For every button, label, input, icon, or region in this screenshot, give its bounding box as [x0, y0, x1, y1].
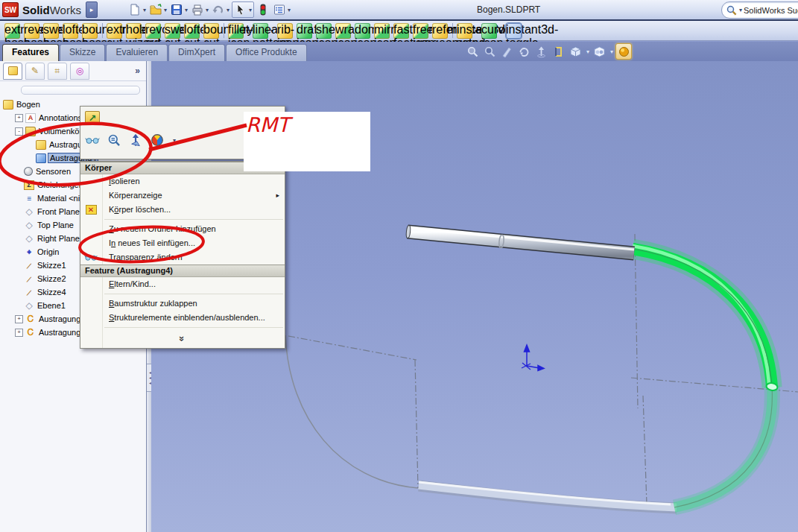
fillet-icon[interactable]: fillet-icon [228, 23, 244, 39]
undo-button[interactable]: ▾ [211, 2, 230, 17]
appearances-icon[interactable] [615, 43, 632, 60]
boundary-cut-icon[interactable]: boundary-cut-icon [203, 23, 219, 39]
dropdown-arrow-icon[interactable]: ▾ [143, 7, 146, 13]
menu-item-strukturelemente-einblenden-ausblenden[interactable]: Strukturelemente einblenden/ausblenden..… [80, 311, 285, 325]
tree-expander[interactable]: + [15, 114, 23, 122]
section-view-icon[interactable] [533, 44, 548, 59]
appearances-icon[interactable] [150, 133, 165, 147]
propertymanager-tab[interactable]: ✎ [25, 63, 45, 80]
options-button[interactable]: ▾ [272, 2, 291, 17]
menu-item-baumstruktur-zuklappen[interactable]: Baumstruktur zuklappen [80, 297, 285, 311]
search-icon[interactable] [726, 4, 738, 16]
dropdown-arrow-icon[interactable]: ▾ [288, 7, 291, 13]
tab-features[interactable]: Features [2, 44, 59, 61]
dome-icon[interactable]: dome-icon [355, 23, 370, 39]
green-tube-lower-bend[interactable] [674, 386, 772, 507]
sketch-icon: ∕ [23, 260, 35, 271]
revolved-cut-icon[interactable]: revolved-cut-icon [145, 23, 161, 39]
tab-evaluieren[interactable]: Evaluieren [106, 44, 168, 61]
freeform-icon[interactable]: freeform-icon [413, 23, 428, 39]
tree-expander[interactable]: - [15, 127, 23, 136]
menu-separator [104, 294, 283, 294]
zoom-to-selection-icon[interactable] [107, 133, 121, 147]
tree-item-label: Austragung3 [39, 314, 85, 323]
menu-item-isolieren[interactable]: Isolieren [80, 174, 285, 189]
tree-item-label: Austragu [49, 140, 82, 149]
swept-boss-icon[interactable]: swept-boss-icon [43, 23, 59, 39]
cube-b-icon [36, 153, 46, 163]
rotate-view-icon[interactable] [516, 44, 531, 59]
add-to-folder-icon[interactable]: ↗ [85, 111, 100, 124]
linear-pattern-icon[interactable]: linear-pattern-icon [253, 23, 268, 39]
dropdown-arrow-icon[interactable]: ▾ [586, 48, 589, 55]
dropdown-arrow-icon[interactable]: ▾ [206, 7, 209, 13]
green-selected-tube-body[interactable] [633, 246, 778, 391]
view-orientation-icon[interactable] [568, 44, 583, 59]
configurationmanager-tab[interactable]: ⌗ [48, 63, 67, 80]
sensor-icon [24, 167, 33, 176]
wrap-icon[interactable]: wrap-icon [335, 23, 351, 39]
transparent-tube-body[interactable] [419, 482, 677, 508]
origin-icon: ⌖ [24, 247, 34, 257]
reference-geometry-icon[interactable]: reference-geometry-icon [432, 23, 448, 39]
draft-icon[interactable]: draft-icon [297, 23, 312, 39]
menu-item-eltern-kind[interactable]: Eltern/Kind... [80, 277, 285, 291]
mirror-icon[interactable]: mirror-icon [374, 23, 390, 39]
save-button[interactable]: ▾ [169, 2, 189, 17]
menu-item-zu-neuem-ordner-hinzuf-gen[interactable]: Zu neuem Ordner hinzufügen [80, 222, 285, 236]
extruded-cut-icon[interactable]: extruded-cut-icon [107, 23, 122, 39]
zoom-to-area-icon[interactable] [482, 44, 497, 59]
open-button[interactable]: ▾ [148, 2, 168, 17]
hide-body-icon[interactable] [85, 133, 100, 147]
folder-icon [25, 127, 36, 136]
menu-item-in-neues-teil-einf-gen[interactable]: In neues Teil einfügen... [80, 236, 285, 250]
tree-expander[interactable]: + [15, 315, 23, 323]
tab-skizze[interactable]: Skizze [60, 44, 105, 61]
tab-office-produkte[interactable]: Office Produkte [226, 44, 307, 61]
menu-item-transparenz-ndern[interactable]: Transparenz ändern [80, 250, 285, 265]
select-button[interactable]: ▾ [232, 1, 254, 18]
fastening-feature-icon[interactable]: fastening-feature-icon [393, 23, 409, 39]
dropdown-arrow-icon[interactable]: ▾ [164, 7, 167, 13]
print-button[interactable]: ▾ [190, 2, 209, 17]
dropdown-arrow-icon[interactable]: ▾ [173, 137, 176, 144]
rollback-bar[interactable] [21, 86, 140, 95]
dropdown-arrow-icon[interactable]: ▾ [227, 7, 229, 13]
lofted-cut-icon[interactable]: lofted-cut-icon [184, 23, 200, 39]
menu-item-k-rper-l-schen[interactable]: ✕Körper löschen... [80, 203, 285, 217]
featuremanager-tab[interactable] [3, 63, 22, 80]
rebuild-traffic-light-button[interactable] [256, 2, 270, 17]
panel-expand-chevron[interactable]: » [135, 66, 140, 76]
search-dropdown-icon[interactable]: ▾ [739, 7, 742, 13]
instant3d-wand-icon[interactable]: instant3d-wand-icon [457, 23, 472, 39]
rib-icon[interactable]: rib-icon [277, 23, 293, 39]
metal-tube-body[interactable] [406, 225, 634, 253]
lofted-boss-icon[interactable]: lofted-boss-icon [63, 23, 78, 39]
revolved-boss-icon[interactable]: revolved-boss-icon [24, 23, 39, 39]
display-style-icon[interactable] [592, 44, 607, 59]
zoom-to-fit-icon[interactable] [128, 133, 143, 147]
curves-icon[interactable]: curves-icon [481, 23, 497, 39]
dropdown-arrow-icon[interactable]: ▾ [610, 48, 613, 55]
filter-icon[interactable] [499, 44, 514, 59]
dropdown-arrow-icon[interactable]: ▾ [249, 7, 252, 13]
menu-expand-chevron[interactable]: » [80, 330, 285, 346]
solidworks-window: SW SolidWorks ▸ ▾▾▾▾▾▾▾ Bogen.SLDPRT ▾ S… [0, 0, 798, 532]
dimxpertmanager-tab[interactable]: ◎ [70, 63, 89, 80]
hole-wizard-icon[interactable]: hole-wizard-icon [126, 23, 142, 39]
menu-item-k-rperanzeige[interactable]: Körperanzeige▸ [80, 189, 285, 203]
eq-icon: Σ [24, 180, 34, 190]
tab-dimxpert[interactable]: DimXpert [168, 44, 225, 61]
search-input[interactable]: ▾ SolidWorks Suc [721, 1, 798, 19]
swept-cut-icon[interactable]: swept-cut-icon [165, 23, 180, 39]
tree-expander[interactable]: + [15, 329, 23, 337]
instant3d-toggle-icon[interactable]: instant3d-toggle-icon [506, 23, 522, 39]
magnified-selection-icon[interactable] [551, 44, 566, 59]
dropdown-arrow-icon[interactable]: ▾ [185, 7, 188, 13]
zoom-to-fit-icon[interactable] [465, 44, 480, 59]
shell-icon[interactable]: shell-icon [316, 23, 332, 39]
extruded-boss-icon[interactable]: extruded-boss-icon [4, 23, 20, 39]
new-document-button[interactable]: ▾ [127, 2, 147, 17]
menu-flyout-button[interactable]: ▸ [86, 1, 98, 18]
boundary-boss-icon[interactable]: boundary-boss-icon [82, 23, 98, 39]
